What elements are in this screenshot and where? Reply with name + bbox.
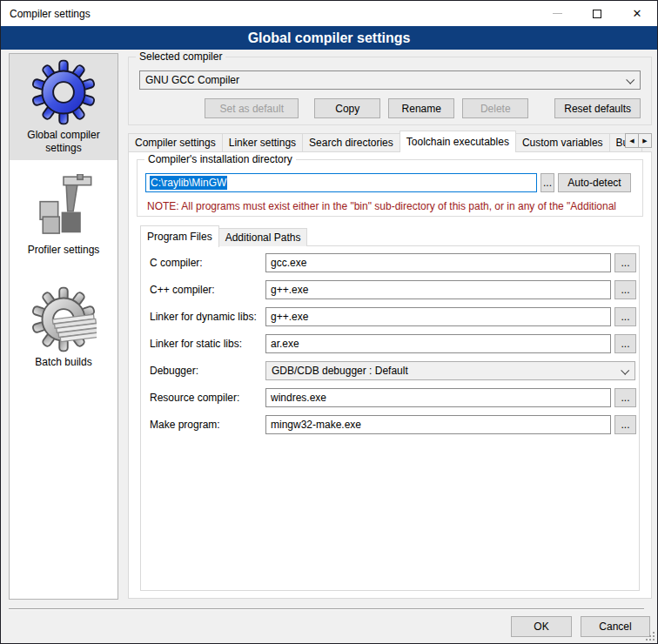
minimize-icon xyxy=(553,13,562,14)
sidebar-item-label: Batch builds xyxy=(35,356,91,369)
blue-gear-icon xyxy=(30,59,97,125)
c-compiler-input[interactable] xyxy=(265,253,611,272)
resource-compiler-browse-button[interactable]: ... xyxy=(614,388,636,407)
selected-compiler-group: Selected compiler GNU GCC Compiler Set a… xyxy=(128,57,652,125)
browse-directory-button[interactable]: ... xyxy=(540,173,554,192)
arrow-left-icon: ◀ xyxy=(629,138,634,144)
tab-search-directories[interactable]: Search directories xyxy=(302,133,400,151)
compiler-select-value: GNU GCC Compiler xyxy=(145,74,239,86)
tab-linker-settings[interactable]: Linker settings xyxy=(222,133,303,151)
auto-detect-button[interactable]: Auto-detect xyxy=(558,173,631,192)
cancel-button[interactable]: Cancel xyxy=(581,616,650,637)
dynamic-linker-input[interactable] xyxy=(265,307,611,326)
resource-compiler-input[interactable] xyxy=(265,388,611,407)
page-title: Global compiler settings xyxy=(1,26,657,50)
caliper-icon xyxy=(30,174,97,240)
static-linker-browse-button[interactable]: ... xyxy=(614,334,636,353)
tab-scroll-left-button[interactable]: ◀ xyxy=(625,133,639,148)
window-title: Compiler settings xyxy=(1,8,91,20)
close-button[interactable]: ✕ xyxy=(617,1,657,26)
static-linker-label: Linker for static libs: xyxy=(150,338,242,350)
gray-gear-stack-icon xyxy=(30,286,97,352)
program-files-subpage: C compiler: ... C++ compiler: ... Linker… xyxy=(140,245,640,591)
cpp-compiler-input[interactable] xyxy=(265,280,611,299)
ok-button[interactable]: OK xyxy=(511,616,572,637)
footer-divider xyxy=(9,608,644,610)
dynamic-linker-row: Linker for dynamic libs: ... xyxy=(141,307,639,326)
chevron-down-icon xyxy=(626,76,634,84)
tab-toolchain-executables[interactable]: Toolchain executables xyxy=(400,131,516,152)
minimize-button[interactable] xyxy=(537,1,577,26)
programs-subtabstrip: Program Files Additional Paths xyxy=(140,225,306,246)
delete-button[interactable]: Delete xyxy=(462,98,528,118)
rename-button[interactable]: Rename xyxy=(388,98,454,118)
tab-scroll-right-button[interactable]: ▶ xyxy=(638,133,652,148)
settings-tabstrip: Compiler settings Linker settings Search… xyxy=(128,131,652,151)
subtab-program-files[interactable]: Program Files xyxy=(140,225,219,247)
cpp-compiler-row: C++ compiler: ... xyxy=(141,280,639,299)
debugger-label: Debugger: xyxy=(150,365,198,377)
sidebar-item-label: Global compiler settings xyxy=(13,129,114,155)
make-program-browse-button[interactable]: ... xyxy=(614,415,636,434)
c-compiler-row: C compiler: ... xyxy=(141,253,639,272)
debugger-select[interactable]: GDB/CDB debugger : Default xyxy=(265,361,635,380)
make-program-row: Make program: ... xyxy=(141,415,639,434)
reset-defaults-button[interactable]: Reset defaults xyxy=(554,98,641,118)
installation-directory-input[interactable]: C:\raylib\MinGW xyxy=(145,173,537,192)
dynamic-linker-browse-button[interactable]: ... xyxy=(614,307,636,326)
debugger-select-value: GDB/CDB debugger : Default xyxy=(272,365,408,377)
sidebar-item-global-compiler-settings[interactable]: Global compiler settings xyxy=(10,54,118,160)
resource-compiler-row: Resource compiler: ... xyxy=(141,388,639,407)
cpp-compiler-browse-button[interactable]: ... xyxy=(614,280,636,299)
resize-grip-icon[interactable] xyxy=(646,632,655,641)
set-as-default-button[interactable]: Set as default xyxy=(205,98,299,118)
maximize-button[interactable] xyxy=(577,1,617,26)
arrow-right-icon: ▶ xyxy=(642,138,647,144)
maximize-icon xyxy=(593,10,601,18)
compiler-settings-dialog: Compiler settings ✕ Global compiler sett… xyxy=(0,0,658,644)
sidebar-item-batch-builds[interactable]: Batch builds xyxy=(10,281,118,374)
sidebar-item-profiler-settings[interactable]: Profiler settings xyxy=(10,169,118,262)
static-linker-input[interactable] xyxy=(265,334,611,353)
c-compiler-browse-button[interactable]: ... xyxy=(614,253,636,272)
make-program-label: Make program: xyxy=(150,419,220,431)
compiler-select[interactable]: GNU GCC Compiler xyxy=(139,70,641,90)
subtab-additional-paths[interactable]: Additional Paths xyxy=(218,228,308,246)
installation-directory-group: Compiler's installation directory C:\ray… xyxy=(137,159,643,217)
tab-compiler-settings[interactable]: Compiler settings xyxy=(128,133,223,151)
installation-directory-group-label: Compiler's installation directory xyxy=(144,153,296,166)
resource-compiler-label: Resource compiler: xyxy=(150,392,239,404)
toolchain-executables-page: Compiler's installation directory C:\ray… xyxy=(128,151,652,599)
close-icon: ✕ xyxy=(633,8,642,19)
copy-button[interactable]: Copy xyxy=(314,98,380,118)
dynamic-linker-label: Linker for dynamic libs: xyxy=(150,311,257,323)
selected-compiler-group-label: Selected compiler xyxy=(136,50,225,64)
bin-subdirectory-note: NOTE: All programs must exist either in … xyxy=(147,200,616,212)
cpp-compiler-label: C++ compiler: xyxy=(150,284,215,296)
titlebar: Compiler settings ✕ xyxy=(1,1,657,26)
tab-custom-variables[interactable]: Custom variables xyxy=(515,133,610,151)
chevron-down-icon xyxy=(621,366,629,375)
static-linker-row: Linker for static libs: ... xyxy=(141,334,639,353)
installation-directory-selected-text: C:\raylib\MinGW xyxy=(150,176,227,190)
debugger-row: Debugger: GDB/CDB debugger : Default xyxy=(141,361,639,380)
sidebar-item-label: Profiler settings xyxy=(28,244,100,257)
make-program-input[interactable] xyxy=(265,415,611,434)
c-compiler-label: C compiler: xyxy=(150,257,203,269)
settings-category-list: Global compiler settings Profiler settin… xyxy=(9,53,118,600)
